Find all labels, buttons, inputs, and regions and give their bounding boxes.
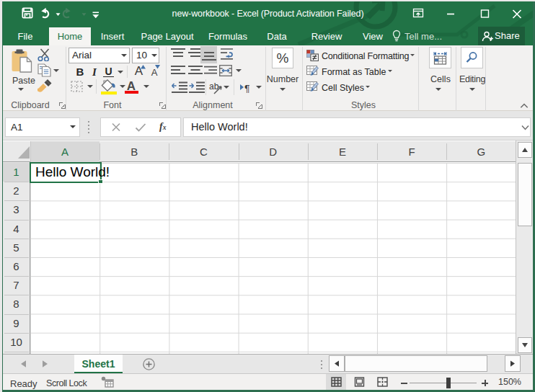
svg-text:¶: ¶: [244, 83, 250, 93]
